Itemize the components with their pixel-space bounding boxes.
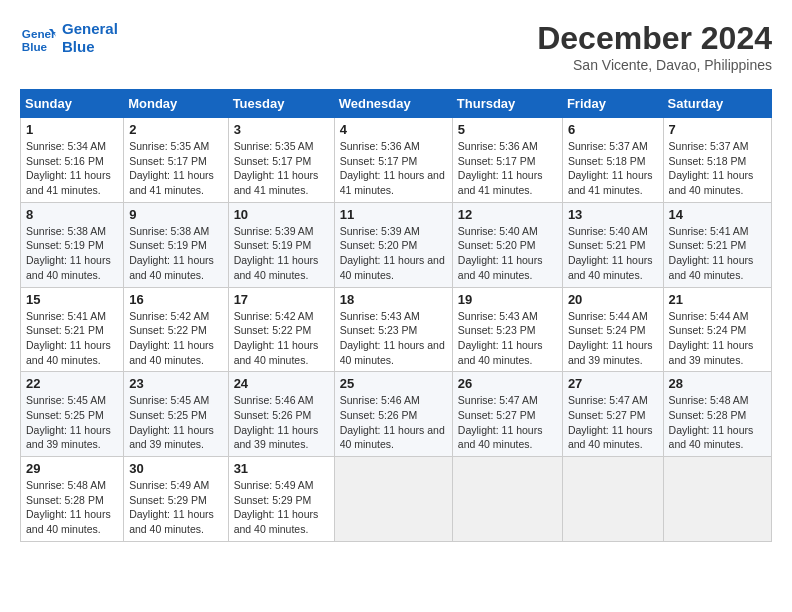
table-row: 13Sunrise: 5:40 AMSunset: 5:21 PMDayligh…	[562, 202, 663, 287]
logo-line2: Blue	[62, 38, 118, 56]
subtitle: San Vicente, Davao, Philippines	[537, 57, 772, 73]
table-row	[334, 457, 452, 542]
calendar-row: 22Sunrise: 5:45 AMSunset: 5:25 PMDayligh…	[21, 372, 772, 457]
title-area: December 2024 San Vicente, Davao, Philip…	[537, 20, 772, 73]
table-row: 26Sunrise: 5:47 AMSunset: 5:27 PMDayligh…	[452, 372, 562, 457]
table-row: 12Sunrise: 5:40 AMSunset: 5:20 PMDayligh…	[452, 202, 562, 287]
page-header: General Blue General Blue December 2024 …	[20, 20, 772, 73]
header-monday: Monday	[124, 90, 228, 118]
table-row: 5Sunrise: 5:36 AMSunset: 5:17 PMDaylight…	[452, 118, 562, 203]
calendar-row: 8Sunrise: 5:38 AMSunset: 5:19 PMDaylight…	[21, 202, 772, 287]
header-wednesday: Wednesday	[334, 90, 452, 118]
calendar-row: 1Sunrise: 5:34 AMSunset: 5:16 PMDaylight…	[21, 118, 772, 203]
logo-line1: General	[62, 20, 118, 38]
table-row: 19Sunrise: 5:43 AMSunset: 5:23 PMDayligh…	[452, 287, 562, 372]
table-row	[562, 457, 663, 542]
table-row: 21Sunrise: 5:44 AMSunset: 5:24 PMDayligh…	[663, 287, 771, 372]
table-row	[663, 457, 771, 542]
table-row: 16Sunrise: 5:42 AMSunset: 5:22 PMDayligh…	[124, 287, 228, 372]
table-row: 3Sunrise: 5:35 AMSunset: 5:17 PMDaylight…	[228, 118, 334, 203]
table-row: 18Sunrise: 5:43 AMSunset: 5:23 PMDayligh…	[334, 287, 452, 372]
logo-icon: General Blue	[20, 20, 56, 56]
table-row: 27Sunrise: 5:47 AMSunset: 5:27 PMDayligh…	[562, 372, 663, 457]
header-tuesday: Tuesday	[228, 90, 334, 118]
table-row: 6Sunrise: 5:37 AMSunset: 5:18 PMDaylight…	[562, 118, 663, 203]
main-title: December 2024	[537, 20, 772, 57]
table-row: 1Sunrise: 5:34 AMSunset: 5:16 PMDaylight…	[21, 118, 124, 203]
table-row: 22Sunrise: 5:45 AMSunset: 5:25 PMDayligh…	[21, 372, 124, 457]
table-row: 11Sunrise: 5:39 AMSunset: 5:20 PMDayligh…	[334, 202, 452, 287]
calendar-header-row: SundayMondayTuesdayWednesdayThursdayFrid…	[21, 90, 772, 118]
table-row: 9Sunrise: 5:38 AMSunset: 5:19 PMDaylight…	[124, 202, 228, 287]
table-row: 29Sunrise: 5:48 AMSunset: 5:28 PMDayligh…	[21, 457, 124, 542]
table-row: 7Sunrise: 5:37 AMSunset: 5:18 PMDaylight…	[663, 118, 771, 203]
table-row: 10Sunrise: 5:39 AMSunset: 5:19 PMDayligh…	[228, 202, 334, 287]
table-row: 31Sunrise: 5:49 AMSunset: 5:29 PMDayligh…	[228, 457, 334, 542]
table-row: 17Sunrise: 5:42 AMSunset: 5:22 PMDayligh…	[228, 287, 334, 372]
header-friday: Friday	[562, 90, 663, 118]
svg-text:General: General	[22, 27, 56, 40]
table-row: 14Sunrise: 5:41 AMSunset: 5:21 PMDayligh…	[663, 202, 771, 287]
header-thursday: Thursday	[452, 90, 562, 118]
calendar-row: 29Sunrise: 5:48 AMSunset: 5:28 PMDayligh…	[21, 457, 772, 542]
table-row: 4Sunrise: 5:36 AMSunset: 5:17 PMDaylight…	[334, 118, 452, 203]
table-row: 23Sunrise: 5:45 AMSunset: 5:25 PMDayligh…	[124, 372, 228, 457]
table-row: 28Sunrise: 5:48 AMSunset: 5:28 PMDayligh…	[663, 372, 771, 457]
table-row: 30Sunrise: 5:49 AMSunset: 5:29 PMDayligh…	[124, 457, 228, 542]
svg-text:Blue: Blue	[22, 40, 48, 53]
table-row: 8Sunrise: 5:38 AMSunset: 5:19 PMDaylight…	[21, 202, 124, 287]
table-row: 25Sunrise: 5:46 AMSunset: 5:26 PMDayligh…	[334, 372, 452, 457]
table-row: 20Sunrise: 5:44 AMSunset: 5:24 PMDayligh…	[562, 287, 663, 372]
table-row: 15Sunrise: 5:41 AMSunset: 5:21 PMDayligh…	[21, 287, 124, 372]
calendar-table: SundayMondayTuesdayWednesdayThursdayFrid…	[20, 89, 772, 542]
logo: General Blue General Blue	[20, 20, 118, 56]
table-row: 24Sunrise: 5:46 AMSunset: 5:26 PMDayligh…	[228, 372, 334, 457]
header-sunday: Sunday	[21, 90, 124, 118]
table-row: 2Sunrise: 5:35 AMSunset: 5:17 PMDaylight…	[124, 118, 228, 203]
calendar-row: 15Sunrise: 5:41 AMSunset: 5:21 PMDayligh…	[21, 287, 772, 372]
table-row	[452, 457, 562, 542]
header-saturday: Saturday	[663, 90, 771, 118]
